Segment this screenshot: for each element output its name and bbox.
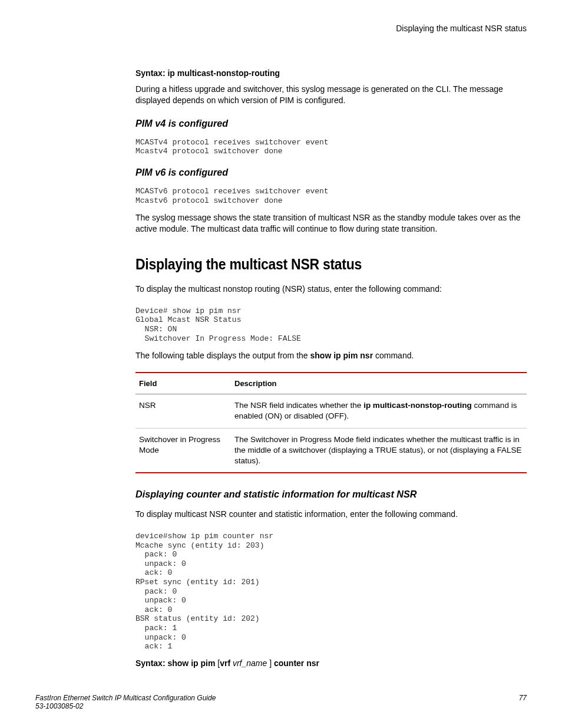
footer-left: FastIron Ethernet Switch IP Multicast Co… bbox=[35, 694, 216, 710]
table-row: NSR The NSR field indicates whether the … bbox=[135, 394, 527, 428]
main-content: Syntax: ip multicast-nonstop-routing Dur… bbox=[135, 68, 527, 676]
running-header: Displaying the multicast NSR status bbox=[35, 24, 527, 33]
code-pim-v6: MCASTv6 protocol receives switchover eve… bbox=[135, 187, 527, 205]
footer-title: FastIron Ethernet Switch IP Multicast Co… bbox=[35, 694, 216, 702]
syntax-top: Syntax: ip multicast-nonstop-routing bbox=[135, 68, 527, 78]
heading-pim-v6: PIM v6 is configured bbox=[135, 167, 507, 179]
cell-desc: The NSR field indicates whether the ip m… bbox=[231, 394, 527, 428]
th-field: Field bbox=[135, 373, 231, 394]
cell-field: Switchover in Progress Mode bbox=[135, 428, 231, 473]
code-pim-v4: MCASTv4 protocol receives switchover eve… bbox=[135, 138, 527, 156]
th-description: Description bbox=[231, 373, 527, 394]
table-intro: The following table displays the output … bbox=[135, 350, 527, 361]
footer-docnum: 53-1003085-02 bbox=[35, 702, 216, 710]
table-row: Switchover in Progress Mode The Switchov… bbox=[135, 428, 527, 473]
output-table: Field Description NSR The NSR field indi… bbox=[135, 372, 527, 473]
page-footer: FastIron Ethernet Switch IP Multicast Co… bbox=[35, 676, 527, 710]
syslog-paragraph: The syslog message shows the state trans… bbox=[135, 212, 527, 235]
heading-display-nsr: Displaying the multicast NSR status bbox=[135, 256, 495, 273]
heading-counter: Displaying counter and statistic informa… bbox=[135, 489, 507, 500]
heading-pim-v4: PIM v4 is configured bbox=[135, 118, 507, 130]
page-number: 77 bbox=[519, 694, 527, 710]
syntax-bottom: Syntax: show ip pim [vrf vrf_name ] coun… bbox=[135, 658, 527, 668]
code-counter: device#show ip pim counter nsr Mcache sy… bbox=[135, 532, 527, 651]
display-paragraph: To display the multicast nonstop routing… bbox=[135, 284, 527, 295]
intro-paragraph: During a hitless upgrade and switchover,… bbox=[135, 84, 527, 106]
cell-desc: The Switchover in Progress Mode field in… bbox=[231, 428, 527, 473]
cell-field: NSR bbox=[135, 394, 231, 428]
counter-paragraph: To display multicast NSR counter and sta… bbox=[135, 509, 527, 520]
code-show-nsr: Device# show ip pim nsr Global Mcast NSR… bbox=[135, 307, 527, 343]
